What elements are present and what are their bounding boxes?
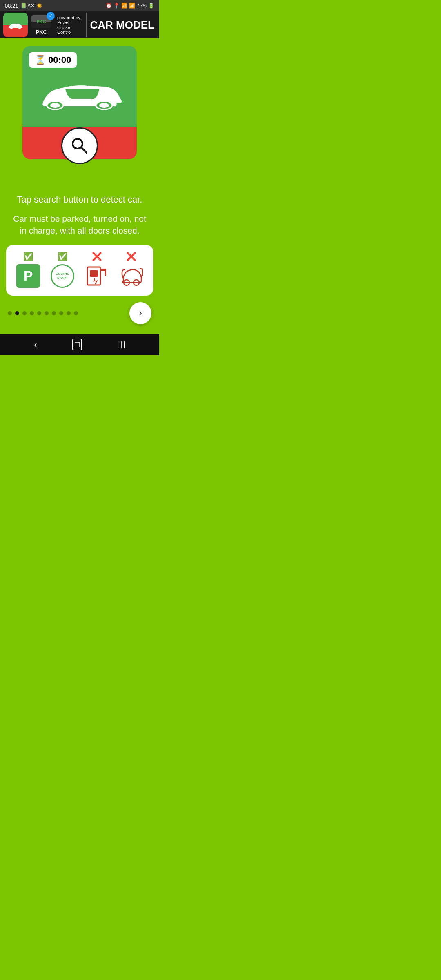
condition-engine: ✅ ENGINE START	[46, 252, 79, 289]
timer-icon: ⏳	[35, 55, 46, 65]
car-detection-card: ⏳ 00:00	[22, 46, 137, 159]
timer-display: 00:00	[48, 55, 71, 65]
status-time-area: 08:21 📗 A✕ ☀️	[5, 3, 42, 9]
status-bar: 08:21 📗 A✕ ☀️ ⏰ 📍 📶 📶 76% 🔋	[0, 0, 159, 11]
dot-5	[45, 311, 49, 315]
parking-icon: P	[16, 264, 40, 288]
next-button[interactable]: ›	[129, 302, 151, 324]
engine-start-icon: ENGINE START	[51, 264, 74, 288]
parked-status-icon: ✅	[23, 252, 33, 261]
pkc-section: PKC ✓ PKC	[31, 15, 51, 35]
signal-icon: 📶	[129, 3, 135, 9]
charging-icon-wrap	[84, 263, 110, 289]
engine-status-icon: ✅	[58, 252, 68, 261]
recent-icon: |||	[117, 340, 125, 349]
dot-3	[30, 311, 34, 315]
svg-rect-11	[105, 269, 106, 276]
svg-rect-9	[90, 270, 98, 277]
dot-4	[37, 311, 41, 315]
dot-6	[52, 311, 56, 315]
back-icon: ‹	[34, 339, 37, 350]
dot-7	[59, 311, 63, 315]
location-icon: 📍	[114, 3, 120, 9]
instruction-text-1: Tap search button to detect car.	[17, 194, 143, 206]
status-right-area: ⏰ 📍 📶 📶 76% 🔋	[106, 3, 154, 9]
timer-badge: ⏳ 00:00	[29, 52, 77, 68]
parked-icon-wrap: P	[15, 263, 41, 289]
header-divider	[86, 13, 87, 37]
pkc-badge: ✓	[47, 12, 55, 20]
instruction-text-2: Car must be parked, turned on, not in ch…	[13, 213, 146, 237]
dot-9	[74, 311, 78, 315]
wifi-icon: 📶	[121, 3, 127, 9]
pkc-label: PKC	[36, 29, 47, 35]
open-doors-icon	[119, 263, 143, 289]
car-card-top: ⏳ 00:00	[22, 46, 137, 127]
dot-0	[8, 311, 12, 315]
charging-status-icon: ❌	[92, 252, 102, 261]
notification-icons: 📗 A✕ ☀️	[20, 3, 42, 9]
nav-bar: ‹ □ |||	[0, 334, 159, 355]
search-icon	[69, 136, 90, 156]
car-logo-icon	[7, 20, 24, 29]
condition-doors: ❌	[115, 252, 147, 289]
battery-display: 76%	[137, 3, 147, 9]
app-header: PKC ✓ PKC powered by Power Cruise Contro…	[0, 11, 159, 39]
doors-status-icon: ❌	[126, 252, 136, 261]
search-button[interactable]	[61, 127, 98, 164]
svg-point-1	[18, 27, 21, 29]
conditions-card: ✅ P ✅ ENGINE START ❌	[6, 245, 153, 296]
car-silhouette	[35, 74, 125, 117]
dot-8	[67, 311, 71, 315]
alarm-icon: ⏰	[106, 3, 112, 9]
doors-icon-wrap	[118, 263, 144, 289]
charging-icon	[85, 263, 109, 289]
home-button[interactable]: □	[72, 339, 82, 350]
dot-2	[22, 311, 27, 315]
time-display: 08:21	[5, 3, 18, 9]
powered-by-text: powered by Power Cruise Control	[56, 15, 83, 35]
svg-point-5	[99, 103, 109, 108]
condition-parked: ✅ P	[12, 252, 45, 289]
svg-line-7	[81, 147, 87, 153]
engine-icon-wrap: ENGINE START	[49, 263, 76, 289]
app-logo	[3, 13, 28, 37]
dot-indicators	[8, 311, 78, 315]
svg-point-0	[10, 27, 13, 29]
recent-apps-button[interactable]: |||	[117, 340, 125, 349]
page-title: CAR MODEL	[90, 19, 159, 31]
battery-icon: 🔋	[148, 3, 154, 9]
svg-point-3	[50, 103, 60, 108]
pagination-area: ›	[6, 302, 153, 324]
main-content: ⏳ 00:00	[0, 39, 159, 334]
car-svg	[35, 74, 125, 115]
dot-1	[15, 311, 19, 315]
condition-charging: ❌	[80, 252, 113, 289]
home-icon: □	[72, 339, 82, 350]
pkc-icon: PKC ✓	[31, 15, 51, 28]
back-button[interactable]: ‹	[34, 339, 37, 350]
